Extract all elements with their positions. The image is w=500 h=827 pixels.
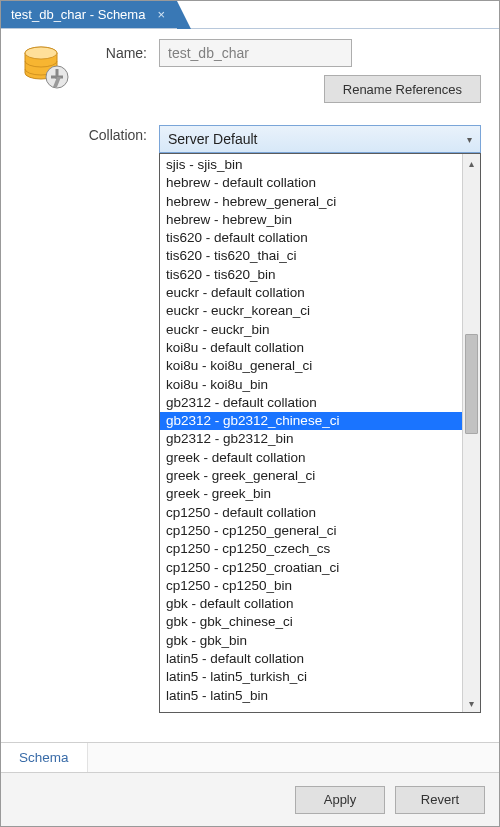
collation-option[interactable]: tis620 - default collation: [160, 229, 462, 247]
collation-option[interactable]: euckr - euckr_bin: [160, 321, 462, 339]
collation-selected-value: Server Default: [168, 131, 257, 147]
name-label: Name:: [85, 45, 155, 61]
collation-option[interactable]: euckr - default collation: [160, 284, 462, 302]
collation-option[interactable]: gb2312 - gb2312_bin: [160, 430, 462, 448]
collation-option[interactable]: hebrew - hebrew_general_ci: [160, 193, 462, 211]
tab-title: test_db_char - Schema: [11, 7, 145, 22]
collation-option[interactable]: hebrew - default collation: [160, 174, 462, 192]
collation-option[interactable]: koi8u - koi8u_bin: [160, 376, 462, 394]
apply-button[interactable]: Apply: [295, 786, 385, 814]
collation-option[interactable]: cp1250 - cp1250_bin: [160, 577, 462, 595]
collation-option[interactable]: tis620 - tis620_bin: [160, 266, 462, 284]
collation-option[interactable]: greek - greek_general_ci: [160, 467, 462, 485]
revert-button[interactable]: Revert: [395, 786, 485, 814]
bottom-tab-schema[interactable]: Schema: [1, 743, 88, 772]
collation-option[interactable]: cp1250 - default collation: [160, 504, 462, 522]
collation-label: Collation:: [85, 103, 155, 153]
name-input[interactable]: [159, 39, 352, 67]
collation-option[interactable]: cp1250 - cp1250_croatian_ci: [160, 559, 462, 577]
collation-option[interactable]: gbk - gbk_bin: [160, 632, 462, 650]
collation-option[interactable]: latin5 - latin5_bin: [160, 687, 462, 705]
collation-option[interactable]: greek - greek_bin: [160, 485, 462, 503]
scroll-up-icon[interactable]: ▴: [463, 154, 480, 172]
collation-option[interactable]: gb2312 - default collation: [160, 394, 462, 412]
collation-dropdown[interactable]: sjis - sjis_binhebrew - default collatio…: [159, 153, 481, 713]
collation-option[interactable]: sjis - sjis_bin: [160, 156, 462, 174]
collation-option[interactable]: cp1250 - cp1250_czech_cs: [160, 540, 462, 558]
chevron-down-icon: ▾: [467, 134, 472, 145]
scroll-down-icon[interactable]: ▾: [463, 694, 480, 712]
collation-option[interactable]: hebrew - hebrew_bin: [160, 211, 462, 229]
collation-option[interactable]: greek - default collation: [160, 449, 462, 467]
close-icon[interactable]: ×: [155, 8, 167, 22]
button-bar: Apply Revert: [1, 772, 499, 826]
svg-point-1: [25, 47, 57, 59]
content-area: Name: Rename References Collation: Serve…: [1, 29, 499, 153]
database-icon: [19, 39, 81, 103]
scrollbar-thumb[interactable]: [465, 334, 478, 434]
collation-option[interactable]: gbk - default collation: [160, 595, 462, 613]
collation-option[interactable]: tis620 - tis620_thai_ci: [160, 247, 462, 265]
collation-option[interactable]: gb2312 - gb2312_chinese_ci: [160, 412, 462, 430]
collation-option[interactable]: koi8u - default collation: [160, 339, 462, 357]
collation-option[interactable]: cp1250 - cp1250_general_ci: [160, 522, 462, 540]
collation-option[interactable]: koi8u - koi8u_general_ci: [160, 357, 462, 375]
bottom-tab-strip: Schema: [1, 742, 499, 772]
rename-references-button[interactable]: Rename References: [324, 75, 481, 103]
dropdown-scrollbar[interactable]: ▴ ▾: [462, 154, 480, 712]
tab-strip: test_db_char - Schema ×: [1, 1, 499, 29]
collation-option[interactable]: latin5 - default collation: [160, 650, 462, 668]
collation-option[interactable]: latin5 - latin5_turkish_ci: [160, 668, 462, 686]
collation-combobox[interactable]: Server Default ▾: [159, 125, 481, 153]
collation-option[interactable]: gbk - gbk_chinese_ci: [160, 613, 462, 631]
tab-schema[interactable]: test_db_char - Schema ×: [1, 1, 177, 28]
collation-option[interactable]: euckr - euckr_korean_ci: [160, 302, 462, 320]
